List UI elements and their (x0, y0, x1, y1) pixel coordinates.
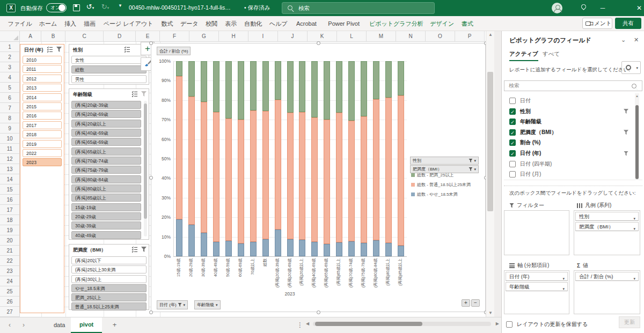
row-header-2[interactable]: 2 (0, 52, 20, 62)
excel-app-icon[interactable]: X (6, 4, 16, 12)
bar-segment[interactable] (361, 116, 367, 243)
pivot-chart[interactable]: 合計 / 割合 (%) 0%10%20%30%40%50%60%70%80%90… (151, 43, 486, 312)
selection-handle[interactable] (149, 176, 153, 180)
ribbon-tab-描画[interactable]: 描画 (81, 16, 98, 31)
selection-handle[interactable] (149, 41, 153, 45)
scroll-up-icon[interactable]: ▲ (486, 31, 495, 39)
slicer-item-(再掲)80歳-84歳[interactable]: (再掲)80歳-84歳 (71, 175, 141, 183)
bar-segment[interactable] (188, 61, 195, 97)
bar-segment[interactable] (225, 61, 232, 119)
field-checkbox[interactable] (509, 171, 516, 177)
column-header-P[interactable]: P (455, 31, 485, 42)
close-pane-icon[interactable]: ✕ (634, 36, 639, 43)
selection-handle[interactable] (149, 310, 153, 314)
pin-icon[interactable] (580, 3, 587, 10)
slicer-item-2011[interactable]: 2011 (23, 65, 62, 73)
slicer-item-(再掲)20歳-69歳[interactable]: (再掲)20歳-69歳 (71, 110, 141, 118)
bar-segment[interactable] (311, 61, 318, 117)
bar-segment[interactable] (287, 239, 294, 256)
column-header-A[interactable]: A (20, 31, 41, 42)
search-box[interactable]: 検索 (282, 2, 435, 14)
bar-segment[interactable] (311, 117, 318, 242)
field-row-割合 (%)[interactable]: ✓割合 (%) (504, 137, 633, 148)
share-button[interactable]: 共有 (615, 18, 641, 29)
row-header-13[interactable]: 13 (0, 164, 20, 174)
ribbon-tab-ヘルプ[interactable]: ヘルプ (267, 16, 290, 31)
slicer-item-2019[interactable]: 2019 (23, 140, 62, 148)
row-header-10[interactable]: 10 (0, 134, 20, 144)
selection-handle[interactable] (317, 310, 320, 314)
dropdown-icon[interactable]: ▾ (633, 214, 635, 223)
bar-segment[interactable] (373, 99, 379, 240)
scroll-down-icon[interactable]: ▼ (486, 309, 495, 317)
axis-area-box[interactable]: 日付 (年)▾年齢階級▾ (504, 270, 569, 314)
clear-filter-icon[interactable]: ✕ (141, 247, 147, 252)
scrollbar-thumb[interactable] (635, 105, 639, 179)
dropdown-icon[interactable]: ▾ (562, 285, 565, 293)
bar-segment[interactable] (311, 242, 318, 256)
more-options-icon[interactable]: ⋮ (297, 321, 303, 329)
column-header-N[interactable]: N (396, 31, 426, 42)
slicer-item-(再掲)20歳-39歳[interactable]: (再掲)20歳-39歳 (71, 101, 141, 109)
field-row-肥満度（BMI）[interactable]: ✓肥満度（BMI） (504, 127, 633, 138)
area-pill-肥満度（BMI）[interactable]: 肥満度（BMI）▾ (575, 222, 639, 231)
axis-field-button-日付 (年)[interactable]: 日付 (年)▾ (157, 300, 188, 309)
values-area-box[interactable]: 合計 / 割合 (%)▾ (574, 270, 640, 314)
ribbon-tab-データ[interactable]: データ (178, 16, 201, 31)
legend-area-box[interactable]: 性別▾肥満度（BMI）▾ (574, 210, 640, 255)
scrollbar-thumb[interactable] (315, 322, 422, 326)
slicer-bmi[interactable]: 肥満度（BMI） ✕ (再掲)20以下(再掲)25以上30未満(再掲)30以上や… (69, 244, 149, 310)
sheet-tab-data[interactable]: data (45, 317, 74, 333)
bar-segment[interactable] (287, 113, 294, 239)
ribbon-tab-ピボットグラフ分析[interactable]: ピボットグラフ分析 (367, 16, 426, 31)
slicer-item-女性[interactable]: 女性 (71, 56, 147, 64)
scrollbar-track[interactable] (313, 322, 491, 326)
field-checkbox[interactable]: ✓ (509, 129, 516, 136)
column-header-G[interactable]: G (189, 31, 219, 42)
field-row-日付 (年)[interactable]: ✓日付 (年) (504, 148, 633, 159)
row-header-12[interactable]: 12 (0, 154, 20, 164)
slicer-item-(再掲)20歳以上[interactable]: (再掲)20歳以上 (71, 120, 141, 128)
filters-area-box[interactable] (504, 210, 569, 255)
column-header-L[interactable]: L (337, 31, 367, 42)
bar-segment[interactable] (324, 61, 330, 120)
bar-segment[interactable] (201, 61, 207, 102)
field-row-日付[interactable]: 日付 (504, 95, 633, 106)
slicer-item-2017[interactable]: 2017 (23, 121, 62, 129)
bar-segment[interactable] (176, 219, 182, 256)
bar-segment[interactable] (213, 242, 219, 256)
autosave-toggle[interactable]: オン (46, 3, 67, 12)
ribbon-tab-ファイル[interactable]: ファイル (5, 16, 34, 31)
ribbon-tab-デザイン[interactable]: デザイン (428, 16, 457, 31)
row-header-6[interactable]: 6 (0, 93, 20, 103)
bar-segment[interactable] (176, 61, 182, 76)
scroll-right-icon[interactable]: ▶ (496, 321, 499, 326)
bar-segment[interactable] (188, 225, 195, 256)
collapse-field-button[interactable]: − (471, 299, 480, 307)
column-header-O[interactable]: O (426, 31, 455, 42)
slicer-item-2018[interactable]: 2018 (23, 130, 62, 138)
slicer-item-20歳-29歳[interactable]: 20歳-29歳 (71, 212, 141, 220)
bar-segment[interactable] (275, 61, 281, 100)
row-header-22[interactable]: 22 (0, 256, 20, 266)
bar-segment[interactable] (250, 242, 257, 256)
row-header-15[interactable]: 15 (0, 184, 20, 195)
field-row-年齢階級[interactable]: ✓年齢階級 (504, 116, 633, 127)
row-header-20[interactable]: 20 (0, 235, 20, 246)
bar-segment[interactable] (225, 241, 232, 256)
field-row-日付 (四半期)[interactable]: 日付 (四半期) (504, 159, 633, 169)
filter-icon[interactable] (624, 109, 628, 114)
slicer-item-(再掲)70歳-74歳[interactable]: (再掲)70歳-74歳 (71, 157, 141, 165)
slicer-item-(再掲)65歳以上[interactable]: (再掲)65歳以上 (71, 147, 141, 156)
value-field-button[interactable]: 合計 / 割合 (%) (157, 47, 191, 55)
row-header-27[interactable]: 27 (0, 307, 20, 317)
slicer-item-総数[interactable]: 総数 (71, 65, 147, 73)
bar-segment[interactable] (336, 113, 342, 242)
update-button[interactable]: 更新 (619, 316, 640, 328)
bar-segment[interactable] (201, 233, 207, 256)
vertical-scrollbar[interactable]: ▲ ▼ (486, 31, 494, 317)
bar-segment[interactable] (348, 121, 355, 241)
ribbon-tab-数式[interactable]: 数式 (158, 16, 175, 31)
select-all-corner[interactable] (0, 31, 20, 42)
row-header-17[interactable]: 17 (0, 205, 20, 215)
